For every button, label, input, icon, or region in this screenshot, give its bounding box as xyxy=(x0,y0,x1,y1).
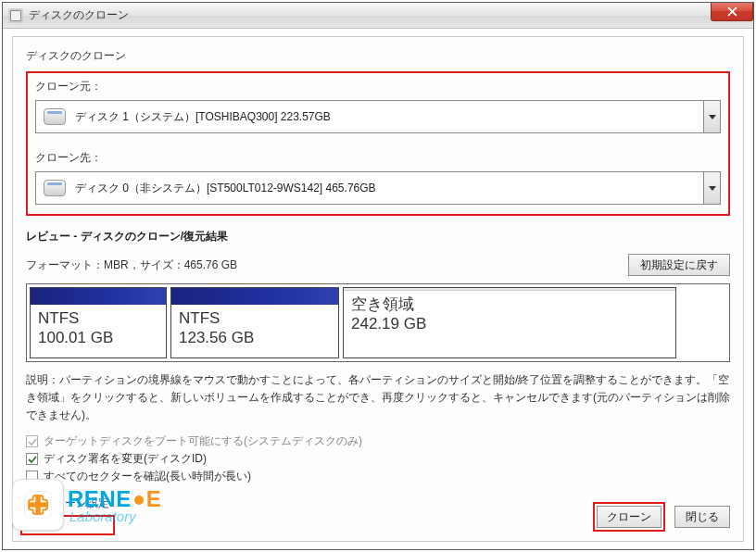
highlight-clone-settings xyxy=(20,515,115,535)
highlight-clone-button: クローン xyxy=(593,502,665,532)
disk-icon xyxy=(44,108,66,125)
footer-buttons: クローン 閉じる xyxy=(593,502,730,532)
close-icon xyxy=(727,6,737,17)
disk-icon xyxy=(44,180,66,196)
target-label: クローン先： xyxy=(35,150,721,166)
close-button[interactable]: 閉じる xyxy=(674,506,730,528)
source-disk-combo[interactable]: ディスク 1（システム）[TOSHIBAQ300] 223.57GB xyxy=(35,100,721,133)
option-signature[interactable]: ディスク署名を変更(ディスクID) xyxy=(26,451,730,467)
window-title: ディスクのクローン xyxy=(29,7,129,23)
partition-name: NTFS xyxy=(38,308,158,328)
option-verify[interactable]: すべてのセクターを確認(長い時間が長い) xyxy=(26,469,730,484)
source-target-group: クローン元： ディスク 1（システム）[TOSHIBAQ300] 223.57G… xyxy=(26,71,730,216)
option-bootable: ターゲットディスクをブート可能にする(システムディスクのみ) xyxy=(26,433,730,449)
partition-body: 空き領域242.19 GB xyxy=(344,291,675,344)
option-bootable-label: ターゲットディスクをブート可能にする(システムディスクのみ) xyxy=(44,433,362,449)
partition-body: NTFS100.01 GB xyxy=(31,305,166,358)
review-heading: レビュー - ディスクのクローン/復元結果 xyxy=(26,229,730,245)
partition-head xyxy=(171,288,338,305)
source-label: クローン元： xyxy=(35,79,721,94)
description-text: 説明：パーティションの境界線をマウスで動かすことによって、各パーティションのサイ… xyxy=(26,371,730,425)
page-heading: ディスクのクローン xyxy=(26,48,730,64)
partition-name: 空き領域 xyxy=(351,295,668,314)
partition-layout[interactable]: NTFS100.01 GBNTFS123.56 GB空き領域242.19 GB xyxy=(26,283,730,362)
format-row: フォーマット：MBR，サイズ：465.76 GB 初期設定に戻す xyxy=(26,254,730,276)
partition-body: NTFS123.56 GB xyxy=(171,305,338,358)
checkbox-signature[interactable] xyxy=(26,453,38,465)
app-icon xyxy=(8,8,23,23)
partition-block[interactable]: NTFS123.56 GB xyxy=(170,287,339,358)
reset-defaults-button[interactable]: 初期設定に戻す xyxy=(628,254,730,276)
window-frame: ディスクのクローン ディスクのクローン クローン元： ディスク 1（システム）[… xyxy=(2,2,754,550)
window-close-button[interactable] xyxy=(711,3,753,21)
source-disk-selected: ディスク 1（システム）[TOSHIBAQ300] 223.57GB xyxy=(75,109,331,125)
format-text: フォーマット：MBR，サイズ：465.76 GB xyxy=(26,257,237,273)
partition-name: NTFS xyxy=(179,308,331,328)
target-disk-selected: ディスク 0（非システム）[ST500LT012-9WS142] 465.76G… xyxy=(75,181,376,196)
clone-settings-icon xyxy=(26,497,39,510)
clone-button[interactable]: クローン xyxy=(597,506,662,528)
option-signature-label: ディスク署名を変更(ディスクID) xyxy=(44,451,207,467)
clone-settings-text: クローン設定 xyxy=(43,496,109,511)
chevron-down-icon xyxy=(703,172,720,204)
target-disk-combo[interactable]: ディスク 0（非システム）[ST500LT012-9WS142] 465.76G… xyxy=(35,171,721,205)
checkbox-bootable xyxy=(26,435,38,447)
partition-block[interactable]: NTFS100.01 GB xyxy=(30,287,167,358)
titlebar[interactable]: ディスクのクローン xyxy=(3,3,753,29)
chevron-down-icon xyxy=(703,101,720,132)
partition-size: 123.56 GB xyxy=(179,328,331,347)
partition-head xyxy=(31,288,166,305)
checkbox-verify[interactable] xyxy=(26,470,38,483)
option-verify-label: すべてのセクターを確認(長い時間が長い) xyxy=(44,469,251,484)
partition-block[interactable]: 空き領域242.19 GB xyxy=(343,287,676,358)
partition-size: 100.01 GB xyxy=(38,328,158,347)
partition-size: 242.19 GB xyxy=(351,314,668,333)
content-panel: ディスクのクローン クローン元： ディスク 1（システム）[TOSHIBAQ30… xyxy=(12,36,744,542)
